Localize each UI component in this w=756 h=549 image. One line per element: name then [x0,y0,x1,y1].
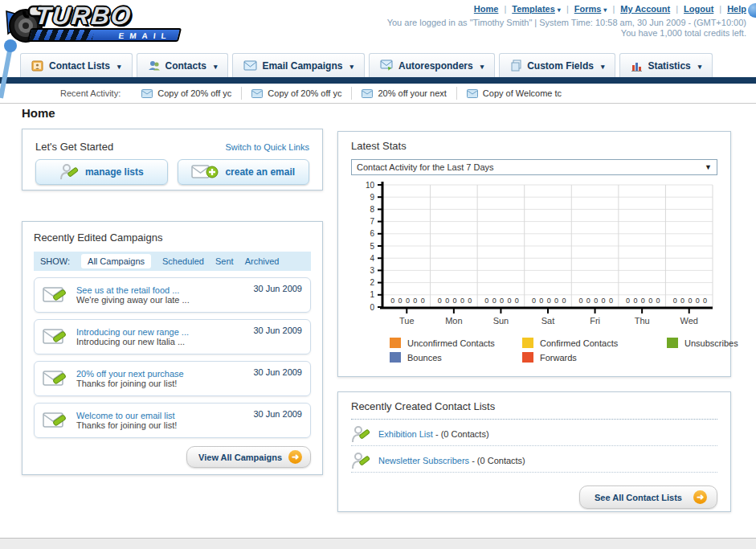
activity-item-label: 20% off your next [378,88,446,98]
svg-text:0: 0 [421,297,425,305]
legend-item: Confirmed Contacts [522,338,667,348]
campaign-title-link[interactable]: Introducing our new range ... [76,327,245,337]
top-link-forms[interactable]: Forms [574,4,607,14]
top-link-logout[interactable]: Logout [684,4,713,14]
envelope-pencil-icon [43,285,68,305]
svg-text:0: 0 [515,297,519,305]
recent-activity-label: Recent Activity: [60,88,121,98]
tab-statistics[interactable]: Statistics [619,53,713,77]
envelope-pencil-icon [43,368,68,389]
chevron-down-icon: ▼ [705,163,712,171]
tab-label: Custom Fields [527,60,594,72]
logo-subtitle: EMAIL [118,31,172,40]
activity-item-label: Copy of 20% off yc [268,88,341,98]
contact-list-row[interactable]: Newsletter Subscribers - (0 Contacts) [351,446,717,473]
turbo-email-logo: TURBO EMAIL [5,2,198,48]
svg-text:0: 0 [539,297,543,305]
svg-text:10: 10 [366,181,375,190]
tab-label: Statistics [648,60,690,72]
top-link-home[interactable]: Home [474,4,499,14]
svg-text:0: 0 [460,297,464,305]
svg-text:Tue: Tue [399,316,415,326]
tab-label: Contact Lists [49,60,110,72]
tab-contact-lists[interactable]: Contact Lists [20,53,133,77]
latest-stats-panel: Latest Stats Contact Activity for the La… [337,131,731,377]
campaign-row[interactable]: Introducing our new range ... Introducin… [34,319,311,354]
chevron-down-icon [211,60,218,72]
svg-text:Thu: Thu [635,316,650,326]
campaign-title-link[interactable]: Welcome to our email list [76,411,245,420]
tab-autoresponders[interactable]: Autoresponders [369,53,495,77]
create-email-button[interactable]: create an email [178,159,310,185]
tab-contacts[interactable]: Contacts [137,53,229,77]
tab-email-campaigns[interactable]: Email Campaigns [232,53,365,77]
svg-text:0: 0 [547,297,551,305]
campaign-date: 30 Jun 2009 [253,409,302,419]
separator: | [504,4,506,14]
navy-divider-bar [0,77,756,84]
top-link-templates[interactable]: Templates [512,4,561,14]
envelope-icon [467,89,478,98]
chevron-down-icon [347,60,353,72]
campaign-row[interactable]: Welcome to our email list Thanks for joi… [34,403,311,438]
see-all-contact-lists-label: See All Contact Lists [595,493,682,502]
see-all-contact-lists-button[interactable]: See All Contact Lists ➜ [579,485,717,509]
envelope-pencil-icon [43,410,68,431]
blue-dot-decor [748,3,756,18]
chevron-down-icon [478,60,484,72]
svg-text:0: 0 [398,297,403,305]
svg-text:0: 0 [673,297,677,305]
recent-contact-lists-panel: Recently Created Contact Lists Exhibitio… [337,391,731,512]
contact-count: - (0 Contacts) [433,429,489,439]
campaign-row[interactable]: 20% off your next purchase Thanks for jo… [34,361,311,396]
recent-activity-bar: Recent Activity: Copy of 20% off yc Copy… [0,84,756,104]
manage-lists-button[interactable]: manage lists [35,159,168,185]
legend-item: Forwards [522,352,667,363]
top-link-my-account[interactable]: My Account [620,4,670,14]
stats-period-select[interactable]: Contact Activity for the Last 7 Days ▼ [351,159,717,175]
campaign-date: 30 Jun 2009 [253,326,302,335]
svg-text:3: 3 [370,266,374,275]
chevron-down-icon [696,60,702,72]
campaign-title-link[interactable]: 20% off your next purchase [76,369,245,379]
svg-text:Fri: Fri [590,316,600,326]
svg-text:0: 0 [492,297,497,305]
envelope-icon [362,89,373,98]
tab-custom-fields[interactable]: Custom Fields [499,53,615,77]
envelope-icon [251,89,263,98]
get-started-title: Let's Get Started [35,141,113,153]
contact-list-link[interactable]: Newsletter Subscribers [378,456,469,465]
footer-strip [0,538,756,549]
top-link-help[interactable]: Help [727,4,746,14]
campaign-date: 30 Jun 2009 [253,284,302,293]
recent-activity-item[interactable]: Copy of 20% off yc [242,87,352,100]
svg-text:0: 0 [532,297,536,305]
filter-archived[interactable]: Archived [245,256,280,266]
main-nav-tabs: Contact Lists Contacts Email Campaigns A… [20,53,713,77]
campaigns-title: Recently Edited Campaigns [34,231,311,244]
filter-all-campaigns[interactable]: All Campaigns [81,254,151,268]
recent-activity-item[interactable]: 20% off your next [352,87,456,100]
login-status-text: You are logged in as "Timothy Smith" | S… [387,18,746,27]
svg-text:0: 0 [626,297,630,305]
campaign-subtitle: We're giving away our late ... [76,295,190,305]
tab-label: Contacts [166,60,206,72]
legend-item: Unsubscribes [667,338,738,348]
svg-text:0: 0 [390,297,394,305]
view-all-campaigns-button[interactable]: View All Campaigns ➜ [186,446,311,468]
recent-activity-item[interactable]: Copy of 20% off yc [132,87,242,100]
legend-label: Unsubscribes [684,338,738,348]
contact-list-link[interactable]: Exhibition List [378,429,433,439]
campaign-title-link[interactable]: See us at the retail food ... [76,285,245,295]
svg-text:8: 8 [370,205,374,214]
envelope-arrow-icon [380,59,394,72]
switch-quick-links-link[interactable]: Switch to Quick Links [225,142,309,152]
orange-arrow-icon: ➜ [693,490,707,504]
legend-label: Bounces [407,353,442,363]
filter-scheduled[interactable]: Scheduled [162,256,204,266]
recent-activity-item[interactable]: Copy of Welcome tc [457,87,571,100]
campaign-row[interactable]: See us at the retail food ... We're givi… [34,277,311,313]
contact-list-row[interactable]: Exhibition List - (0 Contacts) [351,420,717,446]
svg-text:Sun: Sun [493,316,509,326]
filter-sent[interactable]: Sent [215,256,234,266]
